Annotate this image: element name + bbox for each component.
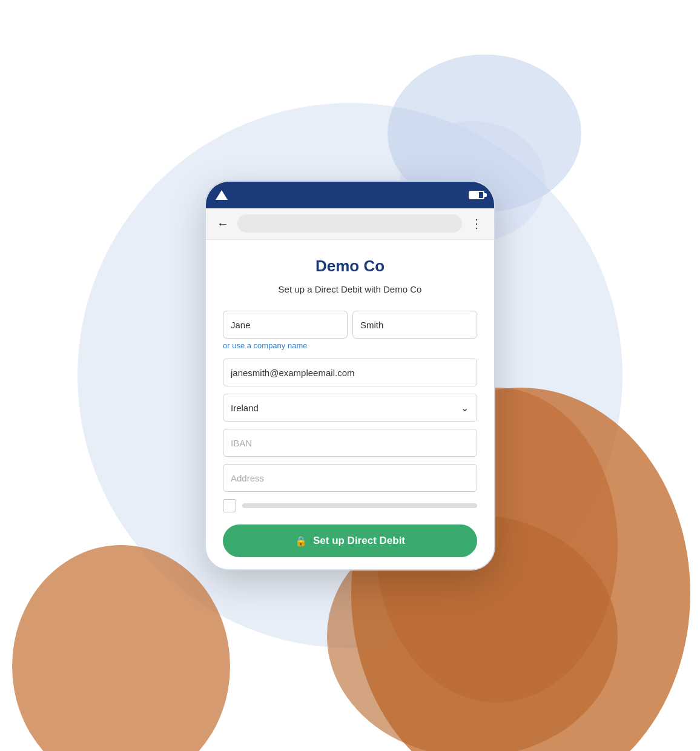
address-input[interactable] — [223, 464, 477, 492]
iban-group — [223, 429, 477, 457]
battery-icon — [469, 191, 484, 199]
terms-checkbox[interactable] — [223, 499, 236, 512]
phone-mockup: ← ⋮ Demo Co Set up a Direct Debit with D… — [205, 180, 495, 571]
name-row — [223, 311, 477, 339]
terms-text-placeholder — [242, 503, 477, 508]
battery-fill — [470, 192, 479, 198]
lock-icon: 🔒 — [295, 535, 307, 547]
phone-frame: ← ⋮ Demo Co Set up a Direct Debit with D… — [205, 180, 495, 571]
company-link[interactable]: or use a company name — [223, 341, 477, 350]
url-bar — [237, 214, 462, 233]
country-select[interactable]: Ireland United Kingdom France Germany — [223, 394, 477, 422]
address-group — [223, 464, 477, 492]
company-title: Demo Co — [223, 257, 477, 276]
terms-row — [223, 499, 477, 512]
email-group — [223, 359, 477, 386]
form-subtitle: Set up a Direct Debit with Demo Co — [223, 283, 477, 297]
iban-input[interactable] — [223, 429, 477, 457]
form-content: Demo Co Set up a Direct Debit with Demo … — [206, 240, 494, 570]
first-name-input[interactable] — [223, 311, 348, 339]
signal-icon — [216, 190, 228, 200]
nav-bar: ← ⋮ — [206, 208, 494, 240]
email-input[interactable] — [223, 359, 477, 386]
back-button[interactable]: ← — [214, 214, 231, 233]
country-select-wrapper: Ireland United Kingdom France Germany ⌄ — [223, 394, 477, 422]
submit-button[interactable]: 🔒 Set up Direct Debit — [223, 524, 477, 557]
last-name-input[interactable] — [352, 311, 477, 339]
status-bar — [206, 182, 494, 208]
submit-label: Set up Direct Debit — [313, 535, 405, 547]
menu-button[interactable]: ⋮ — [468, 214, 486, 233]
